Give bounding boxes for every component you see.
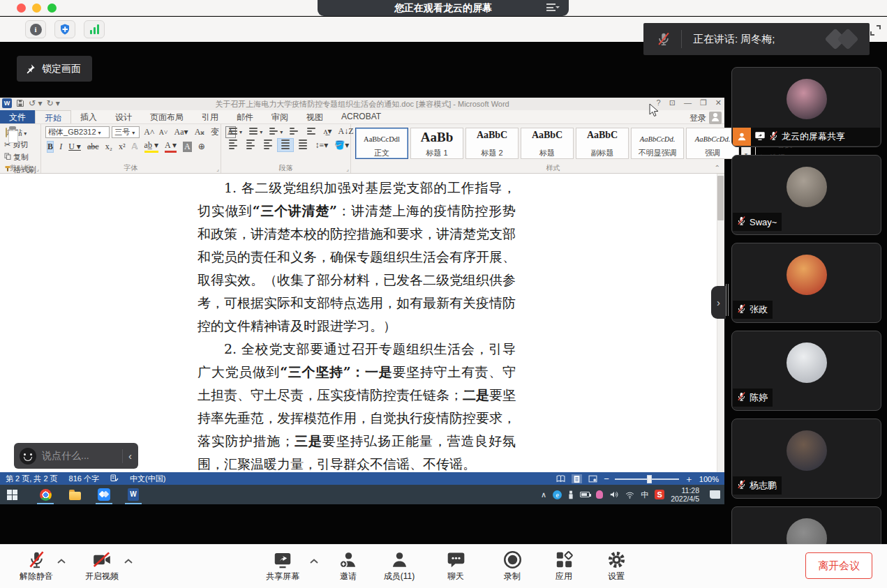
network-stats-button[interactable] bbox=[84, 20, 105, 38]
word-tab-开始[interactable]: 开始 bbox=[35, 110, 71, 123]
word-tab-审阅[interactable]: 审阅 bbox=[262, 110, 297, 123]
print-layout-icon[interactable] bbox=[572, 474, 582, 483]
share-screen-button[interactable]: 共享屏幕 bbox=[260, 550, 305, 582]
word-close-icon[interactable]: ✕ bbox=[715, 98, 722, 107]
style-item-标题 2[interactable]: AaBbC标题 2 bbox=[465, 128, 519, 159]
font-dialog-launcher[interactable]: ⌟ bbox=[216, 166, 219, 172]
tray-browser-icon[interactable]: e bbox=[553, 490, 562, 499]
chat-input-placeholder[interactable]: 说点什么... bbox=[42, 450, 122, 462]
web-layout-icon[interactable] bbox=[588, 474, 598, 483]
decrease-indent-icon[interactable] bbox=[286, 126, 301, 137]
clear-formatting-icon[interactable]: A𝄪 bbox=[195, 127, 204, 137]
zoom-slider[interactable] bbox=[615, 475, 679, 483]
taskbar-clock[interactable]: 11:28 2022/4/5 bbox=[671, 486, 699, 503]
font-color-button[interactable]: A ▾ bbox=[165, 140, 177, 153]
start-video-button[interactable]: 开启视频 bbox=[80, 550, 124, 582]
word-document-area[interactable]: 1. 各二级党组织加强对基层党支部的工作指导，切实做到“三个讲清楚”：讲清楚上海… bbox=[0, 174, 724, 472]
align-left-icon[interactable] bbox=[225, 139, 241, 151]
asian-layout-icon[interactable]: ʌ̲▾ bbox=[323, 126, 331, 137]
participant-tile-龙云的屏幕共享[interactable]: 龙云的屏幕共享 bbox=[731, 67, 881, 147]
word-account-avatar[interactable] bbox=[709, 112, 722, 124]
action-center-icon[interactable] bbox=[710, 490, 720, 499]
italic-button[interactable]: I bbox=[59, 142, 62, 152]
grow-font-icon[interactable]: A˄ bbox=[144, 127, 154, 137]
word-minimize-icon[interactable]: — bbox=[684, 98, 692, 107]
word-tab-页面布局[interactable]: 页面布局 bbox=[141, 110, 193, 123]
banner-menu-icon[interactable] bbox=[546, 3, 558, 12]
strikethrough-button[interactable]: abc bbox=[87, 142, 99, 152]
distribute-icon[interactable] bbox=[295, 139, 311, 151]
sidebar-scrollbar[interactable] bbox=[726, 284, 729, 316]
record-button[interactable]: 录制 bbox=[490, 550, 535, 582]
tray-sogou-icon[interactable]: S bbox=[655, 490, 664, 499]
word-tab-邮件[interactable]: 邮件 bbox=[228, 110, 262, 123]
settings-button[interactable]: 设置 bbox=[594, 550, 639, 582]
scrollbar-thumb[interactable] bbox=[717, 176, 724, 220]
invite-button[interactable]: 邀请 bbox=[326, 550, 371, 582]
zoom-window-button[interactable] bbox=[47, 3, 57, 13]
word-tab-视图[interactable]: 视图 bbox=[297, 110, 332, 123]
members-button[interactable]: 成员(11) bbox=[377, 550, 422, 582]
security-button[interactable] bbox=[54, 20, 75, 38]
character-shading-button[interactable]: A bbox=[183, 142, 192, 152]
language-indicator[interactable]: 中文(中国) bbox=[130, 474, 165, 484]
justify-icon[interactable] bbox=[278, 139, 293, 151]
subscript-button[interactable]: x₂ bbox=[105, 142, 112, 152]
mic-options-chevron[interactable] bbox=[57, 559, 66, 564]
tray-expand-icon[interactable]: ∧ bbox=[541, 490, 546, 499]
font-size-select[interactable]: 三号 ▾ bbox=[112, 126, 140, 138]
word-restore-icon[interactable]: ❐ bbox=[700, 98, 707, 107]
close-window-button[interactable] bbox=[17, 3, 26, 13]
word-signin-link[interactable]: 登录 bbox=[690, 112, 706, 124]
bullet-list-icon[interactable]: ▾ bbox=[225, 126, 244, 137]
proofing-icon[interactable] bbox=[110, 474, 119, 483]
word-vertical-scrollbar[interactable] bbox=[717, 174, 724, 472]
chat-button[interactable]: 聊天 bbox=[433, 550, 478, 582]
participant-tile-杨志鹏[interactable]: 杨志鹏 bbox=[731, 419, 881, 499]
read-mode-icon[interactable] bbox=[556, 474, 566, 483]
apps-button[interactable]: 应用 bbox=[542, 550, 586, 582]
increase-indent-icon[interactable] bbox=[304, 126, 319, 137]
underline-button[interactable]: U ▾ bbox=[68, 142, 81, 152]
emoji-icon[interactable] bbox=[20, 448, 36, 465]
tray-penguin-icon[interactable] bbox=[596, 490, 603, 499]
font-name-select[interactable]: 楷体_GB2312 ▾ bbox=[45, 126, 110, 138]
word-tab-ACROBAT[interactable]: ACROBAT bbox=[332, 110, 390, 123]
align-center-icon[interactable] bbox=[243, 139, 258, 151]
word-tab-引用[interactable]: 引用 bbox=[193, 110, 228, 123]
collapse-chat-icon[interactable]: ‹ bbox=[128, 450, 132, 462]
word-tab-插入[interactable]: 插入 bbox=[71, 110, 106, 123]
start-button[interactable] bbox=[0, 485, 24, 504]
tray-usb-icon[interactable] bbox=[568, 490, 574, 499]
share-options-chevron[interactable] bbox=[310, 559, 318, 564]
enclose-characters-icon[interactable]: ⊕ bbox=[198, 142, 205, 152]
shrink-font-icon[interactable]: A˅ bbox=[159, 128, 168, 136]
tray-network-icon[interactable] bbox=[625, 491, 634, 499]
participant-tile-张政[interactable]: 张政 bbox=[731, 243, 881, 323]
word-count[interactable]: 816 个字 bbox=[69, 474, 99, 484]
superscript-button[interactable]: x² bbox=[119, 142, 126, 152]
lock-view-button[interactable]: 锁定画面 bbox=[17, 56, 92, 82]
zoom-slider-thumb[interactable] bbox=[647, 475, 652, 483]
clipboard-dialog-launcher[interactable]: ⌟ bbox=[36, 166, 39, 172]
leave-meeting-button[interactable]: 离开会议 bbox=[805, 552, 872, 579]
text-effects-icon[interactable]: 𝔸 bbox=[132, 142, 138, 152]
zoom-out-icon[interactable]: − bbox=[604, 474, 609, 484]
zoom-in-icon[interactable]: ＋ bbox=[685, 473, 694, 485]
taskbar-word[interactable]: W bbox=[121, 485, 145, 504]
participant-tile-陈婷[interactable]: 陈婷 bbox=[731, 331, 881, 411]
style-item-标题 1[interactable]: AaBb标题 1 bbox=[410, 128, 463, 159]
copy-button[interactable]: 复制 bbox=[4, 152, 36, 163]
tray-ime-indicator[interactable]: 中 bbox=[641, 490, 648, 500]
style-item-标题[interactable]: AaBbC标题 bbox=[521, 128, 574, 159]
video-options-chevron[interactable] bbox=[124, 559, 133, 564]
paragraph-dialog-launcher[interactable]: ⌟ bbox=[346, 166, 349, 172]
taskbar-explorer[interactable] bbox=[63, 485, 87, 504]
minimize-window-button[interactable] bbox=[32, 3, 41, 13]
participant-tile-Sway~[interactable]: Sway~ bbox=[731, 155, 881, 235]
collapse-ribbon-icon[interactable]: ⌃ bbox=[715, 164, 720, 172]
participant-tile-partial[interactable] bbox=[731, 506, 881, 544]
zoom-level[interactable]: 100% bbox=[699, 475, 719, 483]
tray-volume-icon[interactable] bbox=[609, 490, 619, 499]
style-item-副标题[interactable]: AaBbC副标题 bbox=[576, 128, 629, 159]
